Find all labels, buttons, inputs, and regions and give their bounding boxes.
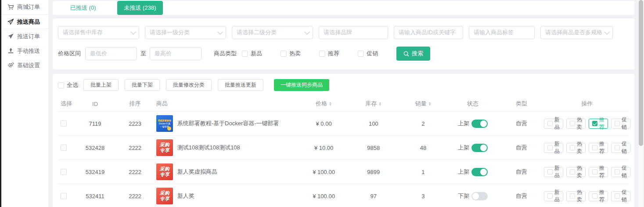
- row-checkbox[interactable]: [61, 120, 67, 127]
- select-all-checkbox[interactable]: [58, 82, 64, 88]
- category1-select[interactable]: 请选择一级分类: [145, 26, 226, 39]
- product-id-keyword-input[interactable]: 请输入商品ID或关键字: [394, 26, 463, 39]
- products-table: 选择 ID 排序 商品 价格▲▼ 库存▲▼ 销量▲▼ 状态 类型 操作 7119…: [58, 96, 629, 207]
- status-toggle[interactable]: [471, 120, 488, 128]
- cell-sales: 1: [398, 169, 448, 175]
- type-checkbox-recommend[interactable]: 推荐: [319, 50, 339, 58]
- cell-sales: 3: [398, 193, 448, 200]
- min-price-input[interactable]: 最低价: [85, 47, 137, 60]
- product-thumbnail: 采购 专享: [156, 188, 173, 204]
- tag-new-button[interactable]: 新品: [544, 143, 563, 153]
- checkbox-icon: [547, 169, 553, 174]
- cell-type: 自营: [498, 168, 545, 176]
- batch-push-update-button[interactable]: 批量推送更新: [218, 79, 263, 91]
- tag-new-button[interactable]: 新品: [544, 119, 563, 129]
- tag-promo-button[interactable]: 促销: [611, 119, 630, 129]
- checkbox-icon: [570, 121, 575, 126]
- sidebar-item-mall-orders[interactable]: 商城订单: [1, 0, 48, 15]
- sort-carets-icon: ▲▼: [378, 102, 381, 106]
- tag-recommend-button[interactable]: 推荐: [589, 167, 608, 177]
- tag-recommend-button[interactable]: 推荐: [589, 119, 608, 129]
- type-checkbox-promo[interactable]: 促销: [358, 50, 378, 58]
- brand-select[interactable]: 请选择品牌: [319, 26, 388, 39]
- status-label: 上架: [458, 120, 469, 127]
- one-key-sync-button[interactable]: 一键推送同步商品: [274, 79, 329, 91]
- sidebar-item-label: 推送商品: [17, 18, 40, 26]
- tag-recommend-button[interactable]: 推荐: [589, 143, 608, 153]
- price-to-label: 至: [140, 50, 146, 58]
- stock-select[interactable]: 请选择售中库存: [58, 26, 139, 39]
- tag-hot-button[interactable]: 热卖: [566, 167, 586, 177]
- header-operations: 操作: [545, 100, 629, 108]
- sort-carets-icon: ▲▼: [329, 102, 332, 106]
- checkbox-icon: [592, 145, 597, 150]
- row-checkbox[interactable]: [61, 169, 67, 175]
- max-price-input[interactable]: 最高价: [150, 47, 201, 60]
- tag-new-button[interactable]: 新品: [544, 167, 563, 177]
- sidebar-item-label: 基础设置: [17, 62, 40, 69]
- vertical-scrollbar[interactable]: [639, 0, 643, 207]
- send-outline-icon: [7, 18, 14, 25]
- search-button[interactable]: 搜索: [396, 47, 430, 61]
- status-toggle[interactable]: [471, 168, 488, 176]
- chevron-down-icon: [604, 29, 610, 35]
- checkbox-checked-icon: [592, 121, 597, 126]
- cell-id: 532419: [76, 169, 114, 175]
- checkbox-icon: [592, 193, 597, 199]
- cell-id: 532428: [76, 145, 114, 151]
- checkbox-icon: [615, 145, 620, 150]
- header-type: 类型: [498, 100, 545, 108]
- tag-new-button[interactable]: 新品: [544, 191, 563, 201]
- tab-pushed[interactable]: 已推送 (0): [70, 4, 96, 12]
- type-checkbox-new[interactable]: 新品: [242, 50, 262, 58]
- tab-unpushed[interactable]: 未推送 (238): [117, 1, 163, 15]
- category2-select[interactable]: 请选择二级分类: [232, 26, 313, 39]
- chevron-down-icon: [304, 29, 310, 35]
- status-toggle[interactable]: [471, 192, 488, 200]
- scrollbar-thumb[interactable]: [639, 0, 643, 146]
- product-type-label: 商品类型: [214, 50, 237, 58]
- tag-hot-button[interactable]: 热卖: [566, 143, 586, 153]
- type-checkbox-hot[interactable]: 热卖: [281, 50, 301, 58]
- status-toggle[interactable]: [471, 144, 488, 152]
- sidebar-item-push-orders[interactable]: 推送订单: [1, 29, 48, 44]
- cell-stock: 97: [349, 193, 398, 200]
- tag-hot-button[interactable]: 热卖: [566, 119, 586, 129]
- product-title: 新人奖: [177, 192, 194, 200]
- tag-hot-button[interactable]: 热卖: [566, 191, 586, 201]
- tag-recommend-button[interactable]: 推荐: [589, 191, 608, 201]
- sidebar-item-manual-push[interactable]: 手动推送: [1, 44, 48, 58]
- checkbox-icon: [281, 51, 287, 57]
- send-filled-icon: [7, 33, 14, 40]
- checkbox-icon: [570, 145, 575, 150]
- cell-type: 自营: [498, 192, 545, 200]
- cell-price: ¥ 100.00: [299, 193, 349, 200]
- multi-spec-select[interactable]: 请选择商品是否多规格: [540, 26, 613, 39]
- header-sales-sort[interactable]: 销量▲▼: [398, 100, 448, 108]
- cell-id: 532411: [76, 193, 114, 200]
- header-price-sort[interactable]: 价格▲▼: [299, 100, 349, 108]
- main-content: 已推送 (0) 未推送 (238) 请选择售中库存 请选择一级分类 请选择二级分…: [48, 0, 644, 207]
- header-product: 商品: [156, 100, 299, 108]
- row-checkbox[interactable]: [61, 145, 67, 151]
- table-header-row: 选择 ID 排序 商品 价格▲▼ 库存▲▼ 销量▲▼ 状态 类型 操作: [58, 96, 629, 111]
- cell-price: ¥ 10.00: [299, 145, 349, 151]
- tag-promo-button[interactable]: 促销: [611, 191, 630, 201]
- checkbox-icon: [547, 193, 553, 199]
- batch-onsale-button[interactable]: 批量上架: [83, 79, 119, 91]
- tag-promo-button[interactable]: 促销: [611, 143, 630, 153]
- checkbox-icon: [570, 169, 575, 174]
- header-stock-sort[interactable]: 库存▲▼: [349, 100, 398, 108]
- checkbox-icon: [615, 193, 620, 199]
- sidebar-item-push-products[interactable]: 推送商品: [1, 15, 48, 29]
- select-all-label: 全选: [67, 81, 78, 89]
- row-checkbox[interactable]: [61, 193, 67, 199]
- price-range-label: 价格区间: [58, 50, 81, 58]
- checkbox-icon: [547, 121, 553, 126]
- tag-promo-button[interactable]: 促销: [611, 167, 630, 177]
- batch-offsale-button[interactable]: 批量下架: [125, 79, 160, 91]
- product-tag-input[interactable]: 请输入商品标签: [469, 26, 535, 39]
- batch-edit-category-button[interactable]: 批量修改分类: [166, 79, 212, 91]
- header-id: ID: [76, 101, 114, 107]
- sidebar-item-basic-settings[interactable]: 基础设置: [1, 58, 48, 73]
